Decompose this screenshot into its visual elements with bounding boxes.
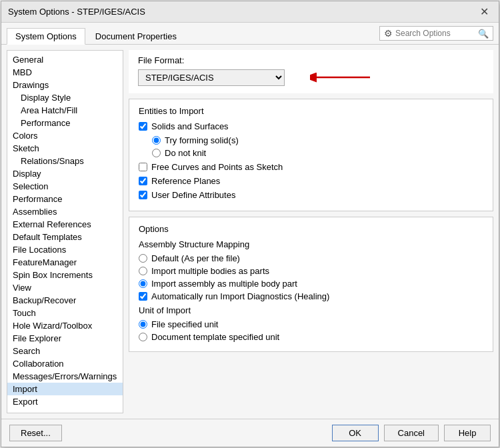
sidebar-item-default-templates[interactable]: Default Templates bbox=[7, 231, 123, 243]
sidebar-item-area-hatch[interactable]: Area Hatch/Fill bbox=[7, 104, 123, 117]
sidebar-item-display-style[interactable]: Display Style bbox=[7, 91, 123, 104]
tab-system-options[interactable]: System Options bbox=[7, 28, 85, 45]
bottom-bar: Reset... OK Cancel Help bbox=[1, 419, 499, 447]
sidebar-item-drawings[interactable]: Drawings bbox=[7, 79, 123, 91]
entities-title: Entities to Import bbox=[139, 106, 483, 116]
file-specified-unit-label: File specified unit bbox=[151, 319, 218, 329]
file-specified-unit-radio[interactable] bbox=[139, 320, 147, 329]
sidebar-item-general[interactable]: General bbox=[7, 53, 123, 66]
sidebar-item-collaboration[interactable]: Collaboration bbox=[7, 357, 123, 370]
sidebar-item-selection[interactable]: Selection bbox=[7, 180, 123, 193]
sidebar-item-file-explorer[interactable]: File Explorer bbox=[7, 332, 123, 345]
free-curves-row: Free Curves and Points as Sketch bbox=[139, 162, 483, 172]
sidebar-item-mbd[interactable]: MBD bbox=[7, 66, 123, 79]
file-format-row: STEP/IGES/ACIS bbox=[138, 68, 484, 87]
sidebar-item-file-locations[interactable]: File Locations bbox=[7, 243, 123, 256]
sidebar-item-performance[interactable]: Performance bbox=[7, 193, 123, 205]
solids-surfaces-row: Solids and Surfaces bbox=[139, 121, 483, 131]
do-not-knit-radio[interactable] bbox=[152, 149, 161, 157]
sidebar-item-touch[interactable]: Touch bbox=[7, 307, 123, 319]
search-input[interactable] bbox=[395, 29, 475, 38]
user-define-row: User Define Attributes bbox=[139, 190, 483, 200]
close-button[interactable]: ✕ bbox=[476, 4, 492, 20]
assembly-structure-label: Assembly Structure Mapping bbox=[139, 239, 483, 249]
sidebar-item-export[interactable]: Export bbox=[7, 395, 123, 408]
try-forming-row: Try forming solid(s) bbox=[152, 135, 483, 145]
tabs-container: System Options Document Properties bbox=[1, 23, 379, 44]
unit-of-import-label: Unit of Import bbox=[139, 305, 483, 315]
sidebar-item-backup-recover[interactable]: Backup/Recover bbox=[7, 294, 123, 307]
sidebar: General MBD Drawings Display Style Area … bbox=[7, 50, 123, 413]
sidebar-item-colors[interactable]: Colors bbox=[7, 129, 123, 142]
free-curves-checkbox[interactable] bbox=[139, 163, 147, 171]
sidebar-item-assemblies[interactable]: Assemblies bbox=[7, 205, 123, 218]
sidebar-item-relations-snaps[interactable]: Relations/Snaps bbox=[7, 155, 123, 167]
solids-sub-options: Try forming solid(s) Do not knit bbox=[139, 135, 483, 158]
auto-diagnostics-label: Automatically run Import Diagnostics (He… bbox=[151, 291, 329, 301]
options-section: Options Assembly Structure Mapping Defau… bbox=[129, 217, 493, 352]
search-box: ⚙ 🔍 bbox=[379, 26, 493, 41]
user-define-checkbox[interactable] bbox=[139, 191, 147, 199]
solids-surfaces-checkbox[interactable] bbox=[139, 122, 147, 131]
title-bar: System Options - STEP/IGES/ACIS ✕ bbox=[1, 1, 499, 23]
reference-planes-label: Reference Planes bbox=[151, 176, 220, 186]
options-title: Options bbox=[139, 224, 483, 234]
main-panel: File Format: STEP/IGES/ACIS bbox=[129, 50, 493, 413]
user-define-label: User Define Attributes bbox=[151, 190, 235, 200]
assembly-multiple-bodies-row: Import multiple bodies as parts bbox=[139, 266, 483, 276]
help-button[interactable]: Help bbox=[444, 425, 491, 441]
try-forming-label: Try forming solid(s) bbox=[165, 135, 239, 145]
sidebar-item-search[interactable]: Search bbox=[7, 345, 123, 357]
auto-diagnostics-checkbox[interactable] bbox=[139, 292, 147, 301]
sidebar-item-display[interactable]: Display bbox=[7, 167, 123, 180]
assembly-multiple-body-part-row: Import assembly as multiple body part bbox=[139, 279, 483, 289]
assembly-default-label: Default (As per the file) bbox=[151, 253, 240, 263]
file-format-section: File Format: STEP/IGES/ACIS bbox=[129, 50, 493, 93]
sidebar-item-spin-box[interactable]: Spin Box Increments bbox=[7, 269, 123, 281]
document-template-unit-radio[interactable] bbox=[139, 333, 147, 341]
assembly-multiple-bodies-label: Import multiple bodies as parts bbox=[151, 266, 269, 276]
search-icon: 🔍 bbox=[478, 29, 489, 39]
document-template-unit-row: Document template specified unit bbox=[139, 332, 483, 342]
free-curves-label: Free Curves and Points as Sketch bbox=[151, 162, 283, 172]
reference-planes-checkbox[interactable] bbox=[139, 177, 147, 185]
sidebar-item-performance-draw[interactable]: Performance bbox=[7, 117, 123, 129]
content-area: General MBD Drawings Display Style Area … bbox=[1, 45, 499, 419]
assembly-default-row: Default (As per the file) bbox=[139, 253, 483, 263]
try-forming-radio[interactable] bbox=[152, 136, 161, 145]
do-not-knit-label: Do not knit bbox=[165, 148, 206, 158]
entities-section: Entities to Import Solids and Surfaces T… bbox=[129, 99, 493, 211]
cancel-button[interactable]: Cancel bbox=[384, 425, 439, 441]
sidebar-item-sketch[interactable]: Sketch bbox=[7, 142, 123, 155]
file-format-dropdown[interactable]: STEP/IGES/ACIS bbox=[138, 69, 285, 86]
action-buttons: OK Cancel Help bbox=[332, 425, 491, 441]
reference-planes-row: Reference Planes bbox=[139, 176, 483, 186]
window-title: System Options - STEP/IGES/ACIS bbox=[8, 7, 145, 17]
sidebar-item-external-references[interactable]: External References bbox=[7, 218, 123, 231]
sidebar-item-import[interactable]: Import bbox=[7, 383, 123, 395]
do-not-knit-row: Do not knit bbox=[152, 148, 483, 158]
document-template-unit-label: Document template specified unit bbox=[151, 332, 279, 342]
assembly-multiple-body-part-radio[interactable] bbox=[139, 279, 147, 288]
red-arrow-icon bbox=[310, 68, 377, 87]
sidebar-item-hole-wizard[interactable]: Hole Wizard/Toolbox bbox=[7, 319, 123, 332]
auto-diagnostics-row: Automatically run Import Diagnostics (He… bbox=[139, 291, 483, 301]
tab-document-properties[interactable]: Document Properties bbox=[87, 28, 185, 44]
ok-button[interactable]: OK bbox=[332, 425, 379, 441]
file-specified-unit-row: File specified unit bbox=[139, 319, 483, 329]
assembly-multiple-body-part-label: Import assembly as multiple body part bbox=[151, 279, 297, 289]
file-format-label: File Format: bbox=[138, 55, 484, 65]
assembly-multiple-bodies-radio[interactable] bbox=[139, 267, 147, 275]
gear-icon: ⚙ bbox=[384, 28, 393, 39]
assembly-default-radio[interactable] bbox=[139, 254, 147, 263]
reset-button[interactable]: Reset... bbox=[9, 425, 62, 441]
arrow-annotation bbox=[310, 68, 377, 87]
sidebar-item-featuremanager[interactable]: FeatureManager bbox=[7, 256, 123, 269]
sidebar-item-messages-errors[interactable]: Messages/Errors/Warnings bbox=[7, 370, 123, 383]
sidebar-item-view[interactable]: View bbox=[7, 281, 123, 294]
solids-surfaces-label: Solids and Surfaces bbox=[151, 121, 229, 131]
dialog-window: System Options - STEP/IGES/ACIS ✕ System… bbox=[1, 1, 499, 447]
